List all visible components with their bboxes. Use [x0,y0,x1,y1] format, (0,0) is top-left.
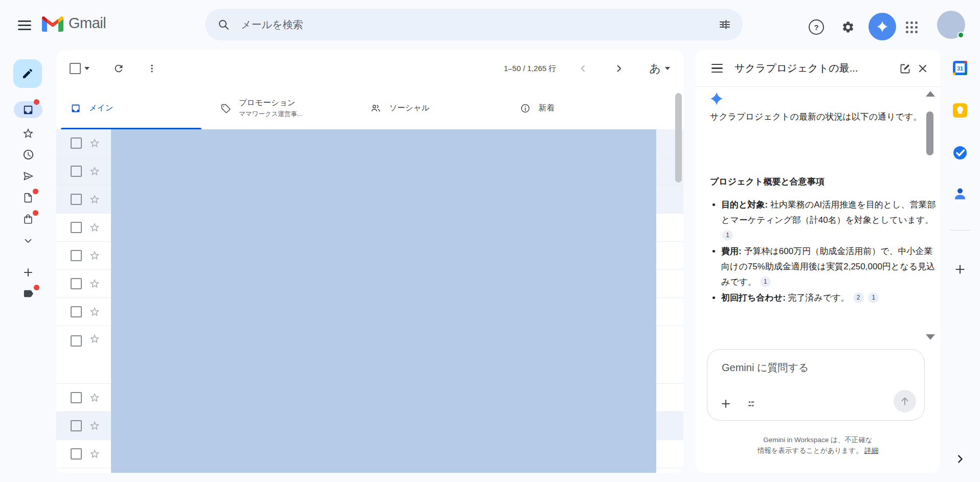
sidebar-item-inbox[interactable] [14,101,42,118]
older-page-icon[interactable] [613,63,625,74]
search-bar[interactable]: メールを検索 [205,9,743,40]
sidebar-item-snoozed[interactable] [14,146,42,163]
google-apps-icon[interactable] [899,15,924,39]
gemini-menu-icon[interactable] [707,58,727,79]
tab-updates[interactable]: 新着 [506,87,656,129]
sidebar-item-labels[interactable] [14,285,42,302]
calendar-date-label: 31 [957,65,963,72]
row-star-icon[interactable] [89,420,100,431]
newer-page-icon[interactable] [577,63,589,74]
row-star-icon[interactable] [89,137,100,149]
disclaimer-learn-more-link[interactable]: 詳細 [864,447,878,454]
sidebar-item-starred[interactable] [14,125,42,142]
main-menu-icon[interactable] [12,13,37,37]
gemini-prompt-input[interactable]: Gemini に質問する [707,349,925,421]
row-checkbox[interactable] [71,222,82,233]
row-checkbox[interactable] [71,306,82,317]
list-scrollbar[interactable] [675,93,682,182]
gemini-scrollbar[interactable] [926,111,933,155]
row-star-icon[interactable] [89,166,100,177]
bullet-text: 完了済みです。 [786,293,850,303]
chevron-right-icon [954,453,966,465]
row-star-icon[interactable] [89,194,100,205]
pencil-icon [21,67,34,80]
sidebar-item-drafts[interactable] [14,189,42,206]
gemini-sparkle-icon [709,91,724,106]
arrow-up-icon [899,396,910,407]
label-icon [23,288,34,300]
tab-label: メイン [89,103,114,113]
tab-promotions[interactable]: プロモーション ママワークス運営事... [206,87,356,129]
citation-chip[interactable]: 1 [722,230,733,241]
bullet-text: 予算枠は600万円（助成金活用前）で、中小企業向けの75%助成金適用後は実質2,… [721,246,935,287]
tasks-icon[interactable] [950,143,970,163]
tab-label: プロモーション [239,98,302,108]
sidebar-item-more[interactable] [14,232,42,249]
inbox-icon [23,104,34,116]
help-icon[interactable]: ? [804,15,829,39]
row-star-icon[interactable] [89,222,100,233]
row-checkbox[interactable] [71,278,82,289]
gmail-logo: Gmail [42,15,106,32]
citation-chip[interactable]: 1 [868,292,879,303]
add-attachment-icon[interactable] [720,398,732,410]
row-star-icon[interactable] [89,392,100,403]
prompt-tools-icon[interactable] [745,398,758,410]
hide-side-panel-button[interactable] [951,450,969,468]
chevron-down-icon [23,235,34,246]
close-icon[interactable] [917,62,929,75]
refresh-icon[interactable] [113,63,124,74]
row-checkbox[interactable] [71,420,82,431]
sidebar-item-purchases[interactable] [14,211,42,227]
content-redaction-overlay [111,129,656,473]
row-star-icon[interactable] [89,278,100,289]
row-checkbox[interactable] [71,392,82,403]
contacts-icon[interactable] [950,184,970,203]
chevron-down-icon [84,67,90,70]
send-prompt-button[interactable] [894,390,916,412]
search-options-icon[interactable] [713,13,737,36]
side-panel-rail: 31 [940,50,980,482]
disclaimer-line1: Gemini in Workspace は、不正確な [763,436,872,444]
presence-indicator [957,32,964,38]
document-icon [23,192,34,203]
compose-button[interactable] [13,59,42,88]
bullet-item: 費用: 予算枠は600万円（助成金活用前）で、中小企業向けの75%助成金適用後は… [721,244,939,290]
gemini-panel-header: サクラプロジェクトの最... [696,50,940,87]
keep-icon[interactable] [950,101,970,120]
input-tools-button[interactable]: あ [649,61,670,76]
tab-social[interactable]: ソーシャル [356,87,506,129]
get-add-ons-button[interactable] [950,260,970,279]
row-checkbox[interactable] [71,194,82,205]
settings-gear-icon[interactable] [836,15,860,39]
row-checkbox[interactable] [71,250,82,261]
inbox-icon [71,103,81,113]
search-input[interactable]: メールを検索 [241,18,303,32]
citation-chip[interactable]: 2 [853,292,864,303]
row-checkbox[interactable] [71,166,82,177]
calendar-icon[interactable]: 31 [950,58,970,78]
select-all-checkbox[interactable] [70,63,90,74]
row-checkbox[interactable] [71,137,82,149]
account-avatar[interactable] [937,11,965,39]
sidebar-item-sent[interactable] [14,168,42,185]
row-star-icon[interactable] [89,250,100,261]
scroll-up-arrow[interactable] [926,91,935,97]
edit-in-new-icon[interactable] [899,62,911,75]
row-star-icon[interactable] [89,448,100,460]
send-icon [23,170,34,182]
scroll-down-arrow[interactable] [926,334,935,340]
row-checkbox[interactable] [71,335,82,347]
citation-chip[interactable]: 1 [760,277,771,287]
help-glyph: ? [814,23,818,32]
bullet-item: 目的と対象: 社内業務のAI活用推進を目的とし、営業部とマーケティング部（計40… [721,197,939,243]
gemini-icon[interactable] [868,13,896,40]
input-tool-glyph: あ [649,61,661,76]
row-star-icon[interactable] [89,333,100,345]
row-checkbox[interactable] [71,448,82,460]
create-label-button[interactable] [14,264,42,281]
more-vert-icon[interactable] [147,63,157,74]
row-star-icon[interactable] [89,306,100,317]
top-bar: Gmail メールを検索 ? [0,0,980,50]
tab-primary[interactable]: メイン [56,87,206,129]
